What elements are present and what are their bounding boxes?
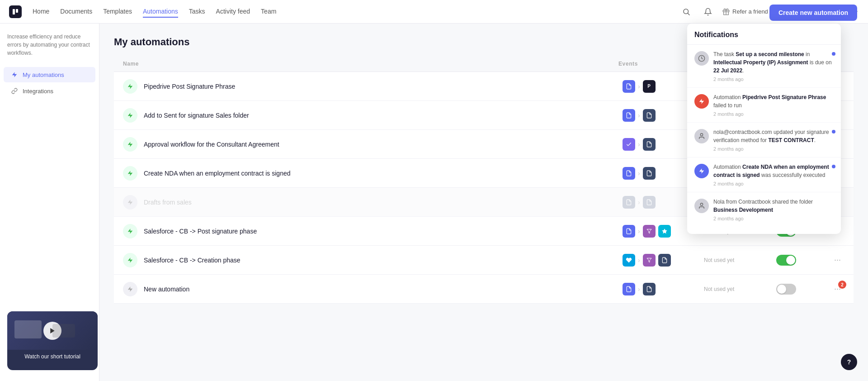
tutorial-widget: × Watch our short tutorial xyxy=(7,311,98,370)
notification-item[interactable]: Automation Create NDA when an employment… xyxy=(687,157,841,192)
row-events: › xyxy=(623,254,704,267)
table-row[interactable]: New automation › Not used yet ··· 2 xyxy=(114,275,854,304)
more-options-button[interactable]: ··· 2 xyxy=(830,282,844,295)
event-pipedrive-icon: P xyxy=(643,80,656,93)
event-doc-icon xyxy=(623,80,635,93)
event-sf-icon xyxy=(658,225,671,238)
unread-dot xyxy=(832,165,835,168)
row-status-icon xyxy=(123,195,137,210)
notification-item[interactable]: Nola from Contractbook shared the folder… xyxy=(687,192,841,227)
row-name: Pipedrive Post Signature Phrase xyxy=(144,83,623,90)
notif-avatar xyxy=(694,129,709,143)
notification-item[interactable]: Automation Pipedrive Post Signature Phra… xyxy=(687,88,841,123)
arrow-icon: › xyxy=(638,170,640,177)
search-button[interactable] xyxy=(679,5,693,19)
row-name: Approval workflow for the Consultant Agr… xyxy=(144,141,623,148)
notif-time: 2 months ago xyxy=(713,216,834,221)
row-events: › xyxy=(623,283,704,295)
svg-marker-9 xyxy=(128,142,133,147)
notif-body: Nola from Contractbook shared the folder… xyxy=(713,198,834,221)
svg-line-3 xyxy=(688,13,689,15)
notifications-panel: Notifications The task Set up a second m… xyxy=(687,24,841,234)
svg-marker-11 xyxy=(128,200,133,205)
notification-item[interactable]: nola@contractbook.com updated your signa… xyxy=(687,123,841,157)
bolt-icon xyxy=(11,71,18,78)
svg-marker-14 xyxy=(128,257,133,263)
unread-dot xyxy=(832,130,835,133)
tutorial-label: Watch our short tutorial xyxy=(7,350,98,363)
row-status-icon xyxy=(123,253,137,267)
row-status-icon xyxy=(123,108,137,123)
table-row[interactable]: Salesforce - CB -> Creation phase › Not … xyxy=(114,246,854,275)
gift-icon xyxy=(722,8,730,15)
row-badge: 2 xyxy=(838,281,846,289)
sidebar-item-my-automations-label: My automations xyxy=(23,71,64,78)
svg-marker-13 xyxy=(647,229,651,233)
svg-rect-0 xyxy=(13,9,15,14)
nav-home[interactable]: Home xyxy=(33,6,49,18)
more-options-button[interactable]: ··· xyxy=(830,253,844,267)
svg-point-19 xyxy=(700,133,703,136)
svg-point-21 xyxy=(700,203,703,205)
status-toggle[interactable] xyxy=(776,255,796,266)
link-icon xyxy=(11,87,18,95)
notif-body: The task Set up a second milestone in In… xyxy=(713,50,834,82)
event-doc-icon xyxy=(623,225,635,238)
create-new-automation-button[interactable]: Create new automation xyxy=(769,5,857,21)
arrow-icon: › xyxy=(638,228,640,235)
notif-text: The task Set up a second milestone in In… xyxy=(713,50,834,75)
col-header-name: Name xyxy=(123,61,618,67)
nav-activity[interactable]: Activity feed xyxy=(216,6,250,18)
row-name: New automation xyxy=(144,286,623,293)
status-toggle[interactable] xyxy=(776,284,796,295)
sidebar-item-my-automations[interactable]: My automations xyxy=(4,67,95,82)
nav-team[interactable]: Team xyxy=(261,6,276,18)
notif-body: Automation Pipedrive Post Signature Phra… xyxy=(713,93,834,117)
refer-link-label: Refer a friend xyxy=(732,8,768,15)
row-last-used: Not used yet xyxy=(704,286,776,292)
refer-friend-link[interactable]: Refer a friend xyxy=(722,8,768,15)
nav-templates[interactable]: Templates xyxy=(103,6,132,18)
notif-time: 2 months ago xyxy=(713,181,834,186)
notif-text: Automation Create NDA when an employment… xyxy=(713,163,834,179)
row-last-used: Not used yet xyxy=(704,257,776,263)
notif-text: nola@contractbook.com updated your signa… xyxy=(713,128,834,144)
nav-links: Home Documents Templates Automations Tas… xyxy=(33,6,679,18)
help-button[interactable]: ? xyxy=(841,354,857,370)
row-status-icon xyxy=(123,282,137,296)
notif-avatar xyxy=(694,164,709,178)
sidebar-item-integrations-label: Integrations xyxy=(23,88,53,95)
logo[interactable] xyxy=(9,5,22,18)
row-status-icon xyxy=(123,166,137,181)
notif-text: Automation Pipedrive Post Signature Phra… xyxy=(713,93,834,110)
event-doc-icon xyxy=(623,109,635,122)
top-navigation: Home Documents Templates Automations Tas… xyxy=(0,0,868,24)
nav-tasks[interactable]: Tasks xyxy=(189,6,205,18)
row-status-icon xyxy=(123,137,137,152)
notification-item[interactable]: The task Set up a second milestone in In… xyxy=(687,45,841,88)
row-name: Salesforce - CB -> Creation phase xyxy=(144,257,623,264)
svg-marker-18 xyxy=(699,99,704,104)
nav-documents[interactable]: Documents xyxy=(60,6,92,18)
unread-dot xyxy=(832,52,835,56)
row-name: Drafts from sales xyxy=(144,199,623,206)
row-name: Create NDA when an employment contract i… xyxy=(144,170,623,177)
row-status xyxy=(776,255,830,266)
event-doc-icon xyxy=(623,196,635,209)
notif-text: Nola from Contractbook shared the folder… xyxy=(713,198,834,214)
notif-time: 2 months ago xyxy=(713,146,834,152)
event-doc2-icon xyxy=(643,283,656,295)
svg-marker-7 xyxy=(128,84,133,89)
sidebar-item-integrations[interactable]: Integrations xyxy=(4,83,95,99)
row-name: Salesforce - CB -> Post signature phase xyxy=(144,228,623,235)
svg-marker-12 xyxy=(128,229,133,234)
svg-marker-6 xyxy=(12,72,17,77)
nav-automations[interactable]: Automations xyxy=(143,6,178,18)
sidebar-description: Increase efficiency and reduce errors by… xyxy=(0,33,99,66)
notifications-button[interactable] xyxy=(701,5,715,19)
event-doc2-icon xyxy=(643,109,656,122)
notif-body: Automation Create NDA when an employment… xyxy=(713,163,834,186)
event-doc2-icon xyxy=(643,196,656,209)
svg-marker-8 xyxy=(128,113,133,118)
notif-time: 2 months ago xyxy=(713,76,834,82)
